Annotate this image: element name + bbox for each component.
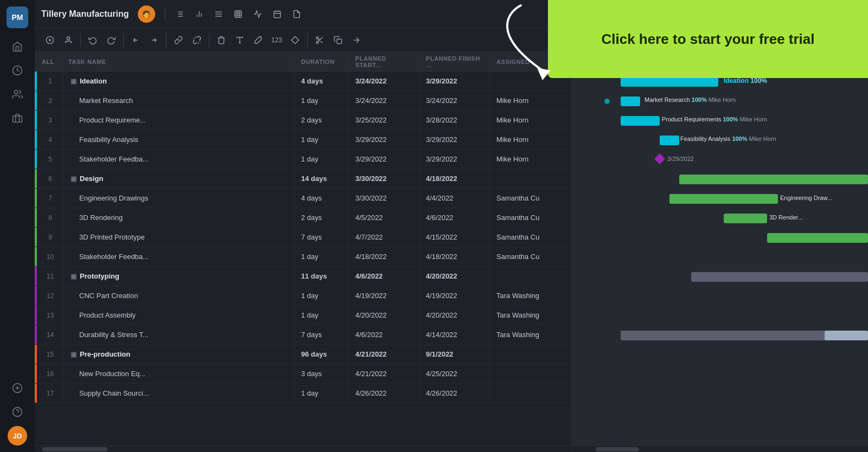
table-view-btn[interactable] bbox=[229, 5, 247, 23]
project-avatar[interactable]: 🧑 bbox=[138, 5, 155, 23]
copy-btn[interactable] bbox=[329, 31, 347, 49]
gantt-bar-durability-2 bbox=[825, 331, 868, 340]
row-task-name: Feasibility Analysis bbox=[64, 130, 295, 149]
indent-right-btn[interactable] bbox=[145, 31, 163, 49]
sep5 bbox=[307, 34, 308, 47]
user-avatar[interactable]: JD bbox=[8, 426, 27, 445]
table-row[interactable]: 2 Market Research 1 day 3/24/2022 3/24/2… bbox=[35, 91, 571, 111]
pulse-view-btn[interactable] bbox=[249, 5, 266, 23]
table-row[interactable]: 4 Feasibility Analysis 1 day 3/29/2022 3… bbox=[35, 130, 571, 150]
add-task-btn[interactable] bbox=[41, 31, 59, 49]
row-duration: 7 days bbox=[295, 228, 349, 247]
table-row[interactable]: 5 Stakeholder Feedba... 1 day 3/29/2022 … bbox=[35, 150, 571, 169]
undo-btn[interactable] bbox=[84, 31, 101, 49]
align-view-btn[interactable] bbox=[210, 5, 227, 23]
diamond-btn[interactable] bbox=[286, 31, 304, 49]
row-task-name: ▣Pre-production bbox=[64, 345, 295, 364]
row-duration: 1 day bbox=[295, 130, 349, 149]
chart-view-btn[interactable] bbox=[190, 5, 208, 23]
horizontal-scrollbar[interactable] bbox=[35, 445, 571, 452]
row-duration: 1 day bbox=[295, 384, 349, 403]
delete-btn[interactable] bbox=[213, 31, 230, 49]
gantt-row bbox=[572, 384, 868, 404]
redo-btn[interactable] bbox=[103, 31, 120, 49]
table-row[interactable]: 6 ▣Design 14 days 3/30/2022 4/18/2022 bbox=[35, 169, 571, 189]
row-task-name: ▣Prototyping bbox=[64, 267, 295, 286]
row-duration: 1 day bbox=[295, 150, 349, 169]
row-finish: 4/15/2022 bbox=[419, 228, 490, 247]
row-finish: 4/6/2022 bbox=[419, 208, 490, 227]
task-table: ALL TASK NAME DURATION PLANNED START... … bbox=[35, 52, 572, 452]
sidebar-item-home[interactable] bbox=[8, 37, 27, 56]
sidebar-item-add[interactable] bbox=[8, 378, 27, 398]
row-assigned bbox=[490, 364, 571, 383]
row-start: 4/21/2022 bbox=[349, 345, 419, 364]
table-row[interactable]: 9 3D Printed Prototype 7 days 4/7/2022 4… bbox=[35, 228, 571, 247]
row-start: 3/25/2022 bbox=[349, 111, 419, 130]
sidebar-item-people[interactable] bbox=[8, 85, 27, 104]
arrow-btn[interactable] bbox=[348, 31, 365, 49]
link-btn[interactable] bbox=[170, 31, 187, 49]
row-assigned: Mike Horn bbox=[490, 130, 571, 149]
svg-marker-51 bbox=[537, 68, 551, 80]
row-assigned: Mike Horn bbox=[490, 111, 571, 130]
gantt-label-ideation: Ideation 100% bbox=[724, 77, 767, 85]
list-view-btn[interactable] bbox=[171, 5, 188, 23]
sidebar-item-projects[interactable] bbox=[8, 108, 27, 128]
app-logo[interactable]: PM bbox=[7, 7, 28, 28]
gantt-row: Engineering Draw... bbox=[572, 189, 868, 209]
add-person-btn[interactable] bbox=[60, 31, 77, 49]
free-trial-banner[interactable]: Click here to start your free trial bbox=[548, 0, 868, 78]
sidebar-item-help[interactable] bbox=[8, 402, 27, 422]
row-assigned: Mike Horn bbox=[490, 91, 571, 110]
row-duration: 4 days bbox=[295, 189, 349, 208]
table-row[interactable]: 13 Product Assembly 1 day 4/20/2022 4/20… bbox=[35, 306, 571, 325]
row-finish: 4/4/2022 bbox=[419, 189, 490, 208]
table-row[interactable]: 16 New Production Eq... 3 days 4/21/2022… bbox=[35, 364, 571, 384]
table-row[interactable]: 3 Product Requireme... 2 days 3/25/2022 … bbox=[35, 111, 571, 130]
gantt-bar-3d-proto bbox=[767, 233, 868, 243]
gantt-row: Market Research 100% Mike Horn bbox=[572, 92, 868, 111]
table-row[interactable]: 7 Engineering Drawings 4 days 3/30/2022 … bbox=[35, 189, 571, 208]
row-start: 3/29/2022 bbox=[349, 150, 419, 169]
scroll-thumb[interactable] bbox=[42, 447, 107, 451]
row-assigned bbox=[490, 169, 571, 188]
row-number: 4 bbox=[37, 130, 64, 149]
gantt-marker bbox=[604, 99, 610, 104]
scissors-btn[interactable] bbox=[311, 31, 328, 49]
number-btn[interactable]: 123 bbox=[268, 31, 285, 49]
sidebar-item-recent[interactable] bbox=[8, 61, 27, 80]
table-row[interactable]: 8 3D Rendering 2 days 4/5/2022 4/6/2022 … bbox=[35, 208, 571, 228]
table-row[interactable]: 17 Supply Chain Sourci... 1 day 4/26/202… bbox=[35, 384, 571, 403]
gantt-horizontal-scrollbar[interactable] bbox=[572, 445, 868, 452]
calendar-view-btn[interactable] bbox=[269, 5, 286, 23]
table-row[interactable]: 14 Durability & Stress T... 7 days 4/6/2… bbox=[35, 325, 571, 345]
row-task-name: ▣Design bbox=[64, 169, 295, 188]
row-start: 3/30/2022 bbox=[349, 169, 419, 188]
paint-btn[interactable] bbox=[250, 31, 267, 49]
separator-1 bbox=[165, 8, 165, 21]
doc-view-btn[interactable] bbox=[288, 5, 305, 23]
svg-marker-43 bbox=[291, 36, 298, 43]
row-assigned: Samantha Cu bbox=[490, 228, 571, 247]
row-duration: 2 days bbox=[295, 208, 349, 227]
indent-left-btn[interactable] bbox=[127, 31, 144, 49]
unlink-btn[interactable] bbox=[188, 31, 206, 49]
gantt-row: Feasibility Analysis 100% Mike Horn bbox=[572, 131, 868, 150]
gantt-label-3d-render: 3D Render... bbox=[769, 214, 803, 221]
gantt-row bbox=[572, 287, 868, 306]
row-number: 14 bbox=[37, 325, 64, 344]
gantt-row: Product Requirements 100% Mike Horn bbox=[572, 111, 868, 131]
table-row[interactable]: 12 CNC Part Creation 1 day 4/19/2022 4/1… bbox=[35, 286, 571, 306]
svg-rect-2 bbox=[13, 116, 22, 122]
text-btn[interactable] bbox=[231, 31, 248, 49]
gantt-scroll-thumb[interactable] bbox=[596, 447, 639, 451]
gantt-row bbox=[572, 306, 868, 326]
table-row[interactable]: 10 Stakeholder Feedba... 1 day 4/18/2022… bbox=[35, 247, 571, 267]
row-start: 4/5/2022 bbox=[349, 208, 419, 227]
row-start: 3/24/2022 bbox=[349, 72, 419, 91]
table-row[interactable]: 15 ▣Pre-production 96 days 4/21/2022 9/1… bbox=[35, 345, 571, 364]
table-row[interactable]: 11 ▣Prototyping 11 days 4/6/2022 4/20/20… bbox=[35, 267, 571, 286]
gantt-label-feasibility: Feasibility Analysis 100% Mike Horn bbox=[680, 135, 776, 142]
row-start: 3/29/2022 bbox=[349, 130, 419, 149]
